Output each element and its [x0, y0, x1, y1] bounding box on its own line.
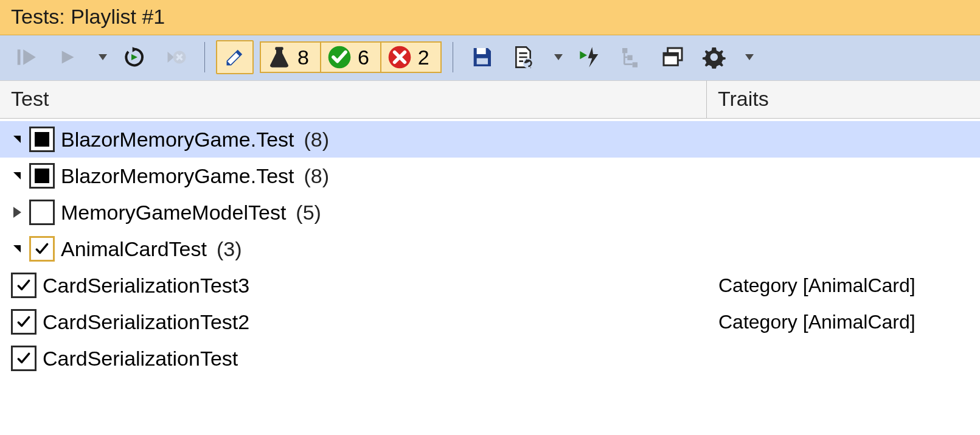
total-tests-value: 8 [297, 46, 309, 69]
svg-rect-10 [476, 48, 485, 54]
tree-test-row[interactable]: CardSerializationTest2 Category [AnimalC… [0, 304, 980, 340]
tree-test-label: CardSerializationTest [43, 347, 238, 371]
tree-namespace-count: (8) [304, 164, 330, 188]
settings-dropdown[interactable] [738, 41, 757, 73]
tree-assembly-label: BlazorMemoryGame.Test [61, 128, 294, 151]
column-header-test[interactable]: Test [0, 80, 706, 118]
svg-rect-7 [275, 47, 283, 50]
save-icon [470, 45, 494, 69]
run-last-button[interactable] [9, 41, 44, 73]
checkbox-indeterminate[interactable] [29, 127, 55, 152]
checkbox-indeterminate[interactable] [29, 163, 55, 189]
toolbar-separator [204, 42, 205, 72]
checkbox-checked[interactable] [11, 346, 36, 371]
edit-playlist-button[interactable] [216, 40, 254, 74]
chevron-down-icon [554, 54, 563, 60]
passed-tests-value: 6 [358, 46, 369, 69]
passed-tests-counter[interactable]: 6 [321, 43, 381, 72]
toolbar: 8 6 2 [0, 35, 980, 80]
windows-icon [661, 45, 685, 69]
checkbox-checked[interactable] [29, 236, 55, 262]
playlist-file-button[interactable] [506, 41, 541, 73]
checkbox-checked[interactable] [11, 273, 36, 298]
tree-class-count: (3) [217, 237, 242, 261]
chevron-down-icon [99, 54, 107, 60]
tree-test-trait: Category [AnimalCard] [706, 311, 980, 333]
collapse-icon[interactable] [11, 133, 23, 145]
chevron-down-icon [745, 54, 754, 60]
total-tests-counter[interactable]: 8 [261, 43, 321, 72]
svg-marker-2 [62, 51, 74, 64]
test-tree: BlazorMemoryGame.Test (8) BlazorMemoryGa… [0, 119, 980, 383]
tree-test-trait: Category [AnimalCard] [706, 274, 980, 297]
svg-rect-20 [664, 53, 678, 56]
repeat-run-button[interactable] [117, 41, 152, 73]
test-counters: 8 6 2 [260, 41, 442, 73]
pass-icon [327, 45, 352, 69]
window-title: Tests: Playlist #1 [0, 0, 980, 35]
hierarchy-icon [619, 45, 644, 69]
svg-marker-1 [23, 49, 36, 64]
failed-tests-counter[interactable]: 2 [381, 43, 440, 72]
tree-test-label: CardSerializationTest3 [43, 274, 249, 298]
svg-rect-0 [18, 49, 21, 64]
playlist-doc-icon [511, 45, 535, 69]
cancel-run-button[interactable] [158, 41, 193, 73]
svg-marker-4 [131, 54, 137, 60]
tree-class-label: MemoryGameModelTest [61, 201, 286, 224]
tree-class-count: (5) [296, 201, 321, 224]
run-in-view-button[interactable] [572, 41, 608, 73]
expand-icon[interactable] [11, 206, 23, 218]
tree-class-label: AnimalCardTest [61, 237, 207, 261]
svg-rect-17 [632, 62, 637, 67]
save-button[interactable] [464, 41, 499, 73]
checkbox-checked[interactable] [11, 309, 36, 335]
group-by-button[interactable] [614, 41, 649, 73]
run-dropdown[interactable] [91, 41, 111, 73]
failed-tests-value: 2 [418, 46, 429, 69]
svg-marker-5 [168, 52, 175, 63]
svg-rect-15 [622, 48, 627, 53]
window-title-text: Tests: Playlist #1 [11, 5, 165, 28]
toolbar-separator [453, 42, 453, 72]
play-bolt-icon [578, 45, 602, 69]
column-header-traits[interactable]: Traits [706, 80, 980, 118]
column-headers: Test Traits [0, 80, 980, 119]
collapse-icon[interactable] [11, 243, 23, 255]
tree-class-row[interactable]: MemoryGameModelTest (5) [0, 194, 980, 231]
tree-assembly-row[interactable]: BlazorMemoryGame.Test (8) [0, 121, 980, 158]
tree-namespace-label: BlazorMemoryGame.Test [61, 164, 294, 188]
columns-button[interactable] [655, 41, 690, 73]
svg-rect-16 [627, 55, 632, 60]
svg-rect-11 [476, 58, 487, 64]
tree-assembly-count: (8) [304, 128, 330, 151]
tree-class-row[interactable]: AnimalCardTest (3) [0, 231, 980, 267]
column-header-test-label: Test [11, 87, 49, 110]
gear-icon [701, 44, 727, 70]
column-header-traits-label: Traits [718, 87, 769, 110]
tree-test-row[interactable]: CardSerializationTest [0, 340, 980, 377]
settings-button[interactable] [697, 41, 732, 73]
playlist-file-dropdown[interactable] [547, 41, 566, 73]
tree-test-row[interactable]: CardSerializationTest3 Category [AnimalC… [0, 267, 980, 304]
flask-icon [267, 45, 291, 69]
svg-marker-14 [580, 51, 587, 59]
collapse-icon[interactable] [11, 170, 23, 182]
tree-namespace-row[interactable]: BlazorMemoryGame.Test (8) [0, 158, 980, 194]
checkbox-unchecked[interactable] [29, 200, 55, 225]
fail-icon [387, 45, 412, 69]
tree-test-label: CardSerializationTest2 [43, 310, 249, 334]
run-button[interactable] [50, 41, 85, 73]
